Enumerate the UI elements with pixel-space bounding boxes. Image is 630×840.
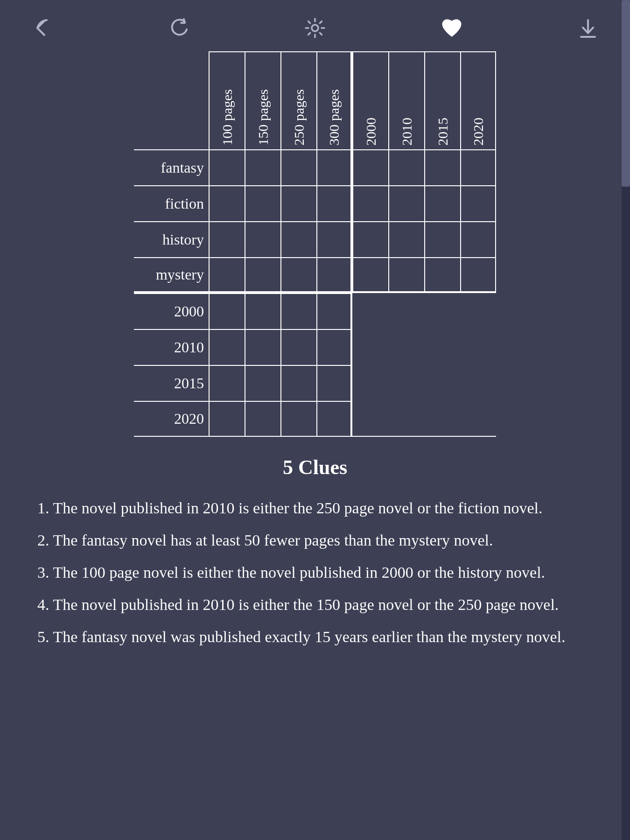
refresh-button[interactable] xyxy=(165,14,193,42)
cell-fiction-2000[interactable] xyxy=(352,185,388,221)
cell-mystery-2015[interactable] xyxy=(424,257,460,293)
cell-history-300pages[interactable] xyxy=(316,221,352,257)
cell-mystery-2000[interactable] xyxy=(352,257,388,293)
row-label-2015: 2015 xyxy=(134,365,209,401)
cell-2020-100pages[interactable] xyxy=(209,401,245,437)
clue-item-4: 4. The novel published in 2010 is either… xyxy=(37,593,593,616)
cell-fiction-300pages[interactable] xyxy=(316,185,352,221)
cell-2020-150pages[interactable] xyxy=(245,401,280,437)
cell-fantasy-150pages[interactable] xyxy=(245,149,280,185)
col-header-150pages: 150 pages xyxy=(245,51,280,149)
cell-mystery-2020[interactable] xyxy=(460,257,496,293)
cell-fiction-250pages[interactable] xyxy=(280,185,316,221)
back-button[interactable] xyxy=(28,14,56,42)
col-header-300pages: 300 pages xyxy=(316,51,352,149)
grid-row-2010 xyxy=(209,329,496,365)
cell-2020-250pages[interactable] xyxy=(280,401,316,437)
grid-row-history xyxy=(209,221,496,257)
cell-2010-250pages[interactable] xyxy=(280,329,316,365)
cell-2015-y2010 xyxy=(388,365,424,401)
cell-2015-y2000 xyxy=(352,365,388,401)
cell-fiction-2020[interactable] xyxy=(460,185,496,221)
cell-fiction-150pages[interactable] xyxy=(245,185,280,221)
cell-fantasy-250pages[interactable] xyxy=(280,149,316,185)
clues-section: 5 Clues 1. The novel published in 2010 i… xyxy=(0,437,630,676)
puzzle-grid: fantasy fiction history mystery 2000 201… xyxy=(134,51,496,437)
row-label-fiction: fiction xyxy=(134,185,209,221)
row-label-mystery: mystery xyxy=(134,257,209,293)
cell-2010-y2015 xyxy=(424,329,460,365)
cell-2000-y2015 xyxy=(424,293,460,329)
scrollbar[interactable] xyxy=(622,0,630,840)
clue-item-1: 1. The novel published in 2010 is either… xyxy=(37,496,593,520)
cell-fiction-100pages[interactable] xyxy=(209,185,245,221)
col-header-2020: 2020 xyxy=(460,51,496,149)
cell-fantasy-100pages[interactable] xyxy=(209,149,245,185)
row-label-2020: 2020 xyxy=(134,401,209,437)
cell-2020-y2015 xyxy=(424,401,460,437)
cell-fantasy-2020[interactable] xyxy=(460,149,496,185)
col-headers: 100 pages 150 pages 250 pages 300 pages … xyxy=(209,51,496,149)
cell-2015-y2020 xyxy=(460,365,496,401)
svg-point-0 xyxy=(312,25,318,31)
grid-row-mystery xyxy=(209,257,496,293)
row-labels: fantasy fiction history mystery 2000 201… xyxy=(134,51,209,437)
cell-2015-150pages[interactable] xyxy=(245,365,280,401)
cell-2010-100pages[interactable] xyxy=(209,329,245,365)
cell-fiction-2015[interactable] xyxy=(424,185,460,221)
cell-history-2015[interactable] xyxy=(424,221,460,257)
settings-button[interactable] xyxy=(301,14,329,42)
cell-2000-y2020 xyxy=(460,293,496,329)
cell-mystery-250pages[interactable] xyxy=(280,257,316,293)
col-header-2015: 2015 xyxy=(424,51,460,149)
cell-2010-y2000 xyxy=(352,329,388,365)
grid-row-2020 xyxy=(209,401,496,437)
cell-2020-y2000 xyxy=(352,401,388,437)
cell-fiction-2010[interactable] xyxy=(388,185,424,221)
cell-2020-300pages[interactable] xyxy=(316,401,352,437)
row-label-history: history xyxy=(134,221,209,257)
cell-fantasy-2000[interactable] xyxy=(352,149,388,185)
cell-history-250pages[interactable] xyxy=(280,221,316,257)
cell-2000-100pages[interactable] xyxy=(209,293,245,329)
row-label-2010: 2010 xyxy=(134,329,209,365)
puzzle-container: fantasy fiction history mystery 2000 201… xyxy=(0,51,630,437)
grid-row-fiction xyxy=(209,185,496,221)
cell-history-2000[interactable] xyxy=(352,221,388,257)
cell-mystery-2010[interactable] xyxy=(388,257,424,293)
cell-2000-250pages[interactable] xyxy=(280,293,316,329)
cell-2000-300pages[interactable] xyxy=(316,293,352,329)
download-button[interactable] xyxy=(574,14,602,42)
grid-body: 100 pages 150 pages 250 pages 300 pages … xyxy=(209,51,496,437)
clues-title: 5 Clues xyxy=(37,455,593,479)
cell-2000-y2010 xyxy=(388,293,424,329)
col-header-100pages: 100 pages xyxy=(209,51,245,149)
cell-fantasy-300pages[interactable] xyxy=(316,149,352,185)
cell-mystery-100pages[interactable] xyxy=(209,257,245,293)
col-header-250pages: 250 pages xyxy=(280,51,316,149)
scrollbar-thumb[interactable] xyxy=(622,0,630,187)
clue-item-2: 2. The fantasy novel has at least 50 few… xyxy=(37,528,593,552)
cell-2010-150pages[interactable] xyxy=(245,329,280,365)
cell-2015-300pages[interactable] xyxy=(316,365,352,401)
cell-2010-300pages[interactable] xyxy=(316,329,352,365)
cell-2015-100pages[interactable] xyxy=(209,365,245,401)
cell-2000-y2000 xyxy=(352,293,388,329)
col-header-2000: 2000 xyxy=(352,51,388,149)
favorite-button[interactable] xyxy=(438,14,466,42)
cell-fantasy-2015[interactable] xyxy=(424,149,460,185)
grid-row-2000 xyxy=(209,293,496,329)
cell-mystery-150pages[interactable] xyxy=(245,257,280,293)
cell-history-2020[interactable] xyxy=(460,221,496,257)
row-label-2000: 2000 xyxy=(134,293,209,329)
cell-2015-250pages[interactable] xyxy=(280,365,316,401)
cell-fantasy-2010[interactable] xyxy=(388,149,424,185)
cell-mystery-300pages[interactable] xyxy=(316,257,352,293)
clue-item-5: 5. The fantasy novel was published exact… xyxy=(37,625,593,649)
cell-history-100pages[interactable] xyxy=(209,221,245,257)
cell-2000-150pages[interactable] xyxy=(245,293,280,329)
clue-item-3: 3. The 100 page novel is either the nove… xyxy=(37,560,593,584)
cell-history-2010[interactable] xyxy=(388,221,424,257)
grid-row-2015 xyxy=(209,365,496,401)
cell-history-150pages[interactable] xyxy=(245,221,280,257)
